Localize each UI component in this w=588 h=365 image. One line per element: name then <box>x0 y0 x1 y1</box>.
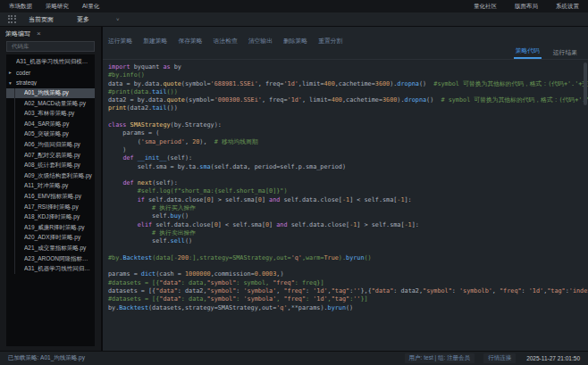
code-token: #self.log(f"short_ma:{self.short_ma[0]}"… <box>108 187 288 195</box>
code-token: quote <box>163 80 181 87</box>
code-editor[interactable]: import byquant as by#by.info()data = by.… <box>103 60 588 351</box>
code-token: 'sma_period' <box>141 138 185 145</box>
code-line: self.sma = by.ta.sma(self.data, period=s… <box>108 163 586 171</box>
code-line: params = dict(cash = 1000000,commission=… <box>108 270 586 278</box>
tree-item[interactable]: A04_SAR策略.py <box>6 120 95 130</box>
indent-guide <box>9 233 15 244</box>
indent-guide <box>9 223 15 234</box>
indent-guide <box>9 120 15 130</box>
more-button[interactable]: 更多 <box>77 15 89 24</box>
tree-item-label: coder <box>16 70 33 76</box>
tree-item[interactable]: A19_威廉R择时策略.py <box>6 223 95 234</box>
tree-item[interactable]: A06_均值回归策略.py <box>6 140 95 151</box>
tree-item[interactable]: A05_突破策略.py <box>6 129 95 140</box>
menu-quant-community[interactable]: 量化社区 <box>474 3 497 11</box>
code-token: "symbol" <box>207 295 237 303</box>
chevron-right-icon[interactable]: ▸ <box>9 70 16 75</box>
tree-item-label: A18_KDJ择时策略.py <box>24 213 82 221</box>
sidebar-panel-tab[interactable]: 策略编写 × <box>0 27 101 40</box>
status-datetime: 2025-11-27 21:01:50 <box>526 355 580 361</box>
menu-layout[interactable]: 版面布局 <box>515 3 538 11</box>
tree-item[interactable]: A07_配对交易策略.py <box>6 150 95 161</box>
tree-item-label: A05_突破策略.py <box>24 130 71 138</box>
code-token: "freq" <box>283 287 306 294</box>
tree-item[interactable]: A09_次级结构套利策略.py <box>6 171 95 182</box>
tree-item[interactable]: A20_ADX择时策略.py <box>6 233 95 244</box>
tree-item[interactable]: A17_RSI择时策略.py <box>6 202 95 212</box>
code-token: self.data.close[ <box>155 221 214 228</box>
chevron-down-icon[interactable]: ▾ <box>9 80 16 86</box>
indent-guide <box>9 98 15 109</box>
code-line: datasets = [{"data": data2,"symbol": 'sy… <box>108 287 586 295</box>
current-page-button[interactable]: 当前页面 <box>29 15 54 24</box>
tree-item[interactable]: A21_成交量指标策略.py <box>6 244 95 254</box>
code-line: #print(data.tail()) <box>108 88 586 96</box>
code-token: "symbol" <box>207 287 237 294</box>
status-market-connection[interactable]: 行情连接 <box>483 353 516 363</box>
apps-grid-icon[interactable] <box>8 15 16 23</box>
code-token: def <box>122 154 137 162</box>
code-token: }] <box>360 295 367 303</box>
code-token: ,) <box>276 270 283 278</box>
main-area: 策略编写 × 代码库 A31_机器学习线性回归模型策略.py▸coder▾str… <box>0 27 588 351</box>
code-token: (by.Strategy): <box>171 121 222 129</box>
code-token: '1d' <box>288 96 302 104</box>
editor-tabs: 策略代码运行结果 <box>103 47 588 60</box>
code-token: data = by.data. <box>108 80 163 87</box>
tree-item-label: A21_成交量指标策略.py <box>24 245 88 253</box>
reset-split-button[interactable]: 重置分割 <box>318 37 342 46</box>
code-token: ,cachetime= <box>342 96 382 104</box>
clear-output-button[interactable]: 清空输出 <box>248 37 273 46</box>
app-window: 市场数据策略研究AI量化 量化社区版面布局系统设置 当前页面 更多 ˅ 策略编写… <box>0 0 588 365</box>
tab-run-result[interactable]: 运行结果 <box>551 48 579 59</box>
tree-item[interactable]: A08_统计套利策略.py <box>6 161 95 171</box>
tree-item[interactable]: A11_对冲策略.py <box>6 181 95 192</box>
run-strategy-button[interactable]: 运行策略 <box>108 37 132 46</box>
tree-item[interactable]: A23_AROON阿隆指标策略.py <box>6 253 95 264</box>
menu-ai-quant[interactable]: AI量化 <box>82 3 99 11</box>
code-token: as <box>163 63 173 71</box>
new-strategy-button[interactable]: 新建策略 <box>143 37 167 46</box>
status-user[interactable]: 用户: test | 组: 注册会员 <box>405 353 475 363</box>
menu-market-data[interactable]: 市场数据 <box>9 3 32 11</box>
code-library-input[interactable]: 代码库 <box>6 41 95 52</box>
chevron-down-icon[interactable]: ˅ <box>116 17 120 22</box>
syntax-check-button[interactable]: 语法检查 <box>214 37 238 46</box>
code-token: and <box>269 196 283 203</box>
menu-system-settings[interactable]: 系统设置 <box>556 3 579 11</box>
tree-folder[interactable]: ▸coder <box>6 68 95 79</box>
tree-folder[interactable]: ▾strategy <box>6 78 95 88</box>
tree-item-label: A19_威廉R择时策略.py <box>24 224 88 232</box>
editor-scrollbar[interactable] <box>584 62 587 105</box>
tree-item[interactable]: A02_MACD动量策略.py <box>6 98 95 109</box>
code-token: "data" <box>372 287 394 294</box>
indent-guide <box>9 150 15 161</box>
tree-item[interactable]: A31_机器学习线性回归模型策略.py <box>6 57 95 68</box>
tab-strategy-code[interactable]: 策略代码 <box>514 46 542 59</box>
tree-item[interactable]: A16_EMV指标策略.py <box>6 192 95 203</box>
tree-item[interactable]: A31_机器学习线性回归模型策略.py <box>6 264 95 275</box>
code-token: #by. <box>108 254 122 261</box>
tree-item[interactable]: A01_均线策略.py <box>6 88 95 99</box>
code-line: ('sma_period', 20), # 移动均线周期 <box>108 138 586 146</box>
save-strategy-button[interactable]: 保存策略 <box>178 37 202 46</box>
code-token: params = <box>108 270 141 278</box>
code-token: 'symbola' <box>243 295 276 303</box>
code-token: : <box>306 295 313 303</box>
code-token: dropna <box>405 96 427 104</box>
code-token <box>108 154 122 162</box>
code-token: # symbol 可替换为其他标的代码，格式：(代码+'.'+交易所) <box>441 96 588 104</box>
delete-strategy-button[interactable]: 删除策略 <box>283 37 307 46</box>
code-token: #by.info() <box>108 71 145 79</box>
tree-item[interactable]: A03_布林带策略.py <box>6 109 95 120</box>
menu-strategy-research[interactable]: 策略研究 <box>46 3 69 11</box>
code-line: #datasets = [{"data": data,"symbol": 'sy… <box>108 295 586 303</box>
code-token: ). <box>339 254 346 261</box>
indent-guide <box>9 192 15 203</box>
code-token: '000300.SSEi' <box>214 96 262 104</box>
code-token: () <box>181 212 189 220</box>
code-token: Backtest <box>122 254 152 261</box>
close-icon[interactable]: × <box>37 30 41 37</box>
code-line: #datasets = [{"data": data,"symbol": sym… <box>108 279 586 287</box>
tree-item[interactable]: A18_KDJ择时策略.py <box>6 212 95 223</box>
